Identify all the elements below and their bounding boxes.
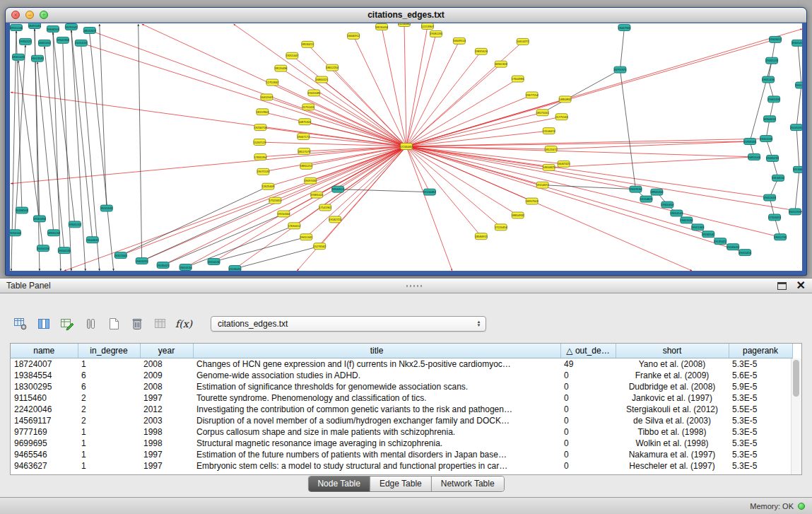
graph-node[interactable]: 14604425	[543, 164, 555, 170]
cell-title[interactable]: Estimation of the future numbers of pati…	[193, 449, 560, 460]
graph-node[interactable]: 19241632	[100, 205, 113, 211]
cell-pagerank[interactable]: 5.3E-5	[729, 438, 792, 449]
graph-node[interactable]: 20266503	[16, 207, 28, 214]
graph-edge[interactable]	[406, 95, 532, 146]
graph-node[interactable]: 19050142	[10, 230, 21, 236]
cell-year[interactable]: 2008	[140, 358, 193, 370]
cell-year[interactable]: 1997	[140, 449, 193, 460]
graph-node[interactable]: 16611052	[38, 40, 50, 46]
graph-edge[interactable]	[304, 146, 406, 151]
window-titlebar[interactable]: × − + citations_edges.txt	[6, 8, 806, 23]
graph-node[interactable]: 17831394	[254, 153, 267, 160]
graph-node[interactable]: 19182722	[329, 216, 341, 223]
graph-node[interactable]: 18130434	[375, 23, 388, 30]
cell-short[interactable]: Tibbo et al. (1998)	[616, 426, 729, 438]
graph-node[interactable]: 17240467	[400, 144, 413, 150]
close-panel-icon[interactable]: ✕	[796, 280, 806, 291]
graph-node[interactable]: 19150823	[640, 196, 653, 202]
graph-edge[interactable]	[406, 146, 452, 271]
graph-node[interactable]: 18301425	[12, 54, 25, 60]
graph-node[interactable]: 12625409	[261, 183, 274, 189]
graph-node[interactable]: 18957503	[526, 198, 539, 204]
graph-node[interactable]: 19097431	[304, 177, 317, 184]
cell-short[interactable]: Jankovic et al. (1997)	[616, 392, 729, 404]
cell-short[interactable]: Yano et al. (2008)	[616, 358, 729, 370]
function-builder-button[interactable]: f(x)	[175, 315, 193, 333]
graph-node[interactable]: 19245233	[766, 155, 779, 161]
row-height-button[interactable]	[81, 315, 100, 333]
graph-node[interactable]: 19071533	[257, 168, 270, 175]
graph-edge[interactable]	[100, 24, 107, 209]
cell-out_de[interactable]: 0	[560, 415, 616, 426]
graph-node[interactable]: 19051341	[300, 234, 312, 240]
graph-node[interactable]: 16067425	[558, 160, 570, 167]
edit-table-button[interactable]	[58, 315, 76, 333]
delete-column-button[interactable]	[128, 315, 146, 333]
graph-node[interactable]: 19135422	[714, 238, 726, 245]
column-header-year[interactable]: year	[140, 344, 193, 358]
graph-edge[interactable]	[90, 34, 114, 271]
column-header-short[interactable]: short	[616, 344, 729, 358]
graph-node[interactable]: 18344632	[763, 116, 776, 122]
graph-node[interactable]: 19134532	[772, 175, 784, 181]
cell-title[interactable]: Changes of HCN gene expression and I(f) …	[193, 358, 560, 370]
column-header-out_de[interactable]: △ out_de…	[560, 344, 616, 358]
graph-node[interactable]: 19013532	[31, 55, 44, 62]
graph-edge[interactable]	[795, 170, 799, 212]
column-header-in_degree[interactable]: in_degree	[78, 344, 140, 358]
graph-node[interactable]: 19420085	[307, 90, 320, 96]
graph-edge[interactable]	[163, 146, 406, 265]
graph-edge[interactable]	[798, 43, 801, 86]
graph-node[interactable]: 15959183	[743, 139, 756, 145]
cell-title[interactable]: Estimation of significance thresholds fo…	[193, 381, 560, 392]
graph-node[interactable]: 19405231	[136, 258, 148, 264]
graph-node[interactable]: 19350125	[19, 38, 32, 45]
graph-node[interactable]: 17604981	[512, 76, 524, 82]
graph-edge[interactable]	[325, 146, 406, 208]
graph-node[interactable]: 21051131	[75, 40, 88, 46]
graph-node[interactable]: 19059134	[630, 186, 642, 192]
graph-edge[interactable]	[796, 86, 801, 128]
graph-edge[interactable]	[406, 42, 523, 146]
graph-node[interactable]: 16791975	[614, 66, 627, 73]
cell-pagerank[interactable]: 5.3E-5	[729, 392, 792, 404]
cell-pagerank[interactable]: 5.3E-5	[729, 358, 792, 370]
graph-node[interactable]: 13106474	[543, 128, 555, 134]
graph-edge[interactable]	[297, 146, 406, 271]
graph-node[interactable]: 19245133	[765, 57, 778, 64]
cell-pagerank[interactable]: 5.3E-5	[729, 460, 792, 472]
graph-node[interactable]: 15276542	[313, 243, 326, 250]
tab-node-table[interactable]: Node Table	[308, 477, 370, 491]
graph-node[interactable]: 19503412	[769, 36, 782, 42]
graph-node[interactable]: 19256718	[254, 124, 267, 131]
graph-node[interactable]: 19054143	[670, 210, 683, 216]
graph-node[interactable]: 19051533	[760, 136, 772, 142]
table-row[interactable]: 977716911998Corpus callosum shape and si…	[11, 426, 792, 438]
graph-edge[interactable]	[335, 146, 406, 219]
network-graph[interactable]: 1724046718530211192014471812043612751842…	[10, 23, 802, 271]
cell-in_degree[interactable]: 1	[78, 358, 140, 370]
graph-node[interactable]: 18612254	[326, 64, 339, 71]
graph-edge[interactable]	[406, 64, 501, 146]
cell-year[interactable]: 1997	[140, 460, 193, 472]
table-selector-combo[interactable]: citations_edges.txt ▲▼	[211, 316, 486, 332]
graph-node[interactable]: 17541961	[319, 204, 331, 211]
graph-edge[interactable]	[406, 146, 481, 236]
graph-edge[interactable]	[121, 146, 406, 255]
graph-node[interactable]: 20606503	[47, 25, 59, 32]
graph-edge[interactable]	[186, 146, 406, 267]
graph-node[interactable]: 19240542	[702, 231, 714, 238]
graph-node[interactable]: 11254382	[398, 23, 410, 26]
graph-edge[interactable]	[406, 146, 745, 252]
graph-node[interactable]: 16851044	[748, 153, 760, 160]
cell-name[interactable]: 9115460	[11, 392, 78, 404]
cell-in_degree[interactable]: 1	[78, 426, 140, 438]
table-row[interactable]: 1872400712008Changes of HCN gene express…	[11, 358, 792, 370]
graph-edge[interactable]	[406, 139, 766, 146]
graph-node[interactable]: 19447943	[618, 24, 631, 30]
graph-node[interactable]: 18121672	[545, 146, 558, 153]
graph-node[interactable]: 15267129	[254, 139, 266, 146]
zoom-window-button[interactable]: +	[40, 11, 48, 19]
column-header-name[interactable]: name	[11, 344, 78, 358]
graph-node[interactable]: 20321504	[114, 252, 127, 259]
